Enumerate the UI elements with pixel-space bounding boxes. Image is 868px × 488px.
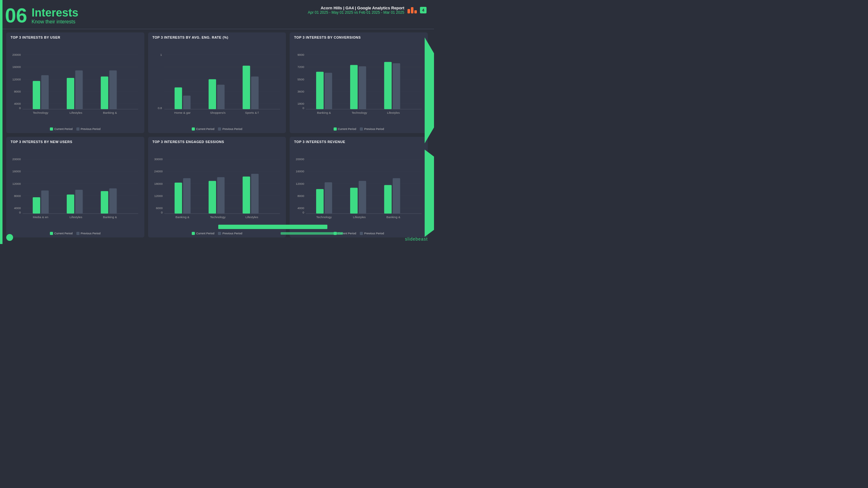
legend-current: Current Period (50, 127, 73, 131)
svg-rect-72 (41, 190, 49, 214)
legend-eng-dot-green (192, 127, 195, 131)
svg-rect-114 (325, 182, 332, 214)
chart-svg-eng: 1 0.8 Home & gar Shoppers/s (152, 41, 282, 126)
page-section-number: 06 (5, 6, 27, 26)
chart-title-engaged: TOP 3 INTERESTS ENGAGED SESSIONS (152, 140, 282, 144)
svg-rect-75 (101, 191, 108, 214)
legend-engaged-dot-dark (218, 232, 221, 235)
legend-engaged-current-label: Current Period (196, 232, 215, 235)
svg-text:20000: 20000 (12, 53, 21, 56)
svg-text:30000: 30000 (154, 157, 163, 161)
svg-rect-53 (359, 66, 366, 109)
legend-new-previous-label: Previous Period (81, 232, 101, 235)
legend-dot-dark (76, 127, 80, 131)
svg-rect-74 (75, 190, 83, 214)
legend-engaged-previous-label: Previous Period (222, 232, 242, 235)
svg-rect-15 (75, 70, 83, 109)
report-dates: Apr 01 2025 - May 01 2025 vs Feb 01 2025… (308, 10, 404, 14)
bottom-bar-accent2 (281, 232, 343, 235)
bottom-dot (6, 234, 13, 241)
svg-text:12000: 12000 (12, 182, 21, 186)
svg-rect-17 (109, 70, 117, 109)
svg-text:Lifestyles: Lifestyles (387, 111, 400, 115)
legend-engaged-dot-green (192, 232, 195, 235)
legend-new-previous: Previous Period (76, 232, 101, 235)
chart-eng-rate: TOP 3 INTERESTS BY AVG. ENG. RATE (%) 1 … (148, 32, 286, 133)
svg-rect-12 (33, 81, 40, 109)
legend-current-label: Current Period (54, 127, 73, 131)
svg-rect-13 (41, 75, 49, 109)
svg-text:8000: 8000 (298, 194, 304, 198)
chart-new-users: TOP 3 INTERESTS BY NEW USERS 20000 16000… (6, 137, 144, 237)
legend-conv-dot-green (334, 127, 337, 131)
main-content: TOP 3 INTERESTS BY USER 20000 16000 1200… (0, 29, 434, 240)
header-right: Acorn Hills | GA4 | Google Analytics Rep… (308, 6, 427, 14)
report-info: Acorn Hills | GA4 | Google Analytics Rep… (308, 6, 404, 14)
legend-previous: Previous Period (76, 127, 101, 131)
svg-text:18000: 18000 (154, 182, 163, 186)
svg-text:4000: 4000 (14, 102, 21, 105)
legend-conv-dot-dark (360, 127, 363, 131)
legend-rev-previous-label: Previous Period (364, 232, 384, 235)
page-number: 4 (420, 7, 427, 13)
svg-rect-29 (175, 88, 182, 109)
svg-text:Lifestyles: Lifestyles (353, 215, 366, 219)
svg-rect-97 (251, 174, 258, 214)
svg-text:Banking &: Banking & (386, 215, 401, 219)
svg-rect-76 (109, 189, 117, 214)
legend-eng-previous: Previous Period (218, 127, 242, 131)
legend-eng-current-label: Current Period (196, 127, 215, 131)
chart-svg-rev: 20000 16000 12000 8000 4000 0 (294, 145, 424, 231)
svg-rect-55 (393, 63, 400, 109)
svg-rect-34 (251, 77, 258, 109)
legend-eng: Current Period Previous Period (152, 127, 282, 131)
svg-text:Technology: Technology (33, 111, 48, 115)
legend-conv-current: Current Period (334, 127, 356, 131)
svg-text:24000: 24000 (154, 169, 163, 173)
svg-rect-50 (316, 72, 323, 109)
legend-eng-dot-dark (218, 127, 221, 131)
chart-area-conv: 9000 7200 5500 3600 1800 0 (294, 41, 424, 131)
chart-svg-engaged: 30000 24000 18000 12000 6000 0 (152, 145, 282, 231)
svg-text:Banking &: Banking & (103, 111, 117, 115)
legend-engaged-previous: Previous Period (218, 232, 242, 235)
svg-text:0: 0 (161, 210, 163, 214)
svg-rect-118 (393, 178, 400, 214)
right-accent-top (425, 37, 434, 143)
svg-text:Banking &: Banking & (103, 215, 117, 219)
chart-area-user: 20000 16000 12000 8000 4000 0 (10, 41, 140, 131)
svg-text:5500: 5500 (298, 77, 304, 81)
chart-area-new: 20000 16000 12000 8000 4000 0 (10, 145, 140, 235)
svg-text:Lifestyles: Lifestyles (245, 215, 258, 219)
chart-conversions: TOP 3 INTERESTS BY CONVERSIONS 9000 7200… (290, 32, 428, 133)
svg-text:16000: 16000 (12, 169, 21, 173)
svg-rect-30 (183, 96, 190, 109)
legend-new-current: Current Period (50, 232, 73, 235)
report-title: Acorn Hills | GA4 | Google Analytics Rep… (320, 6, 404, 10)
svg-rect-115 (350, 188, 358, 214)
chart-engaged: TOP 3 INTERESTS ENGAGED SESSIONS 30000 2… (148, 137, 286, 237)
svg-text:0: 0 (19, 106, 21, 110)
page-title: Interests (31, 6, 78, 19)
legend-rev-dot-dark (360, 232, 363, 235)
svg-text:3600: 3600 (298, 90, 304, 93)
legend-new: Current Period Previous Period (10, 232, 140, 235)
chart-area-rev: 20000 16000 12000 8000 4000 0 (294, 145, 424, 235)
chart-top-by-user: TOP 3 INTERESTS BY USER 20000 16000 1200… (6, 32, 144, 133)
svg-text:1: 1 (160, 53, 162, 56)
chart-title-rev: TOP 3 INTERESTS REVENUE (294, 140, 424, 144)
svg-text:0.8: 0.8 (158, 106, 162, 110)
svg-text:Sports & f: Sports & f (245, 111, 258, 115)
header: 06 Interests Know their interests Acorn … (0, 0, 434, 29)
chart-svg-new: 20000 16000 12000 8000 4000 0 (10, 145, 140, 231)
svg-text:4000: 4000 (298, 206, 304, 210)
logo-icon (407, 7, 417, 13)
svg-rect-71 (33, 197, 40, 214)
svg-rect-93 (183, 178, 190, 214)
legend-dot-green (50, 127, 53, 131)
legend-conv-previous: Previous Period (360, 127, 384, 131)
svg-rect-31 (209, 79, 216, 109)
legend-rev-previous: Previous Period (360, 232, 384, 235)
svg-text:Media & en: Media & en (33, 215, 48, 219)
legend-new-dot-green (50, 232, 53, 235)
